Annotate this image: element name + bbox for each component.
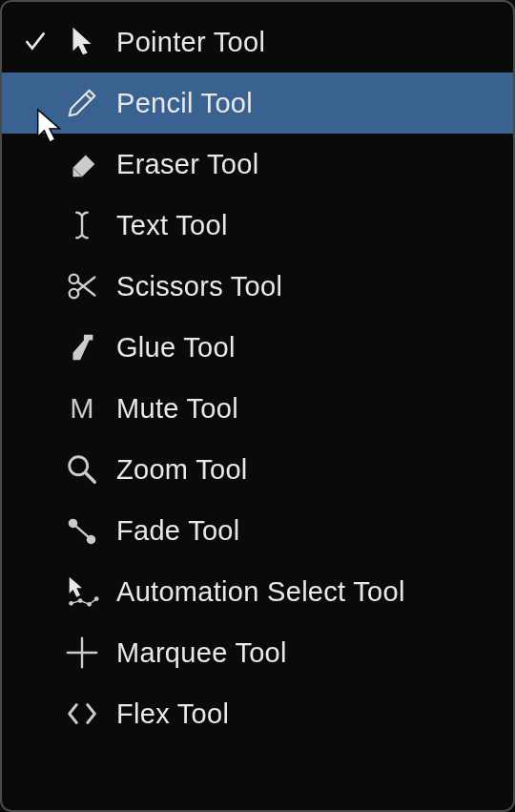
menu-item-automation[interactable]: Automation Select Tool (2, 561, 513, 622)
glue-icon (55, 329, 109, 365)
menu-label-text: Text Tool (109, 210, 228, 241)
zoom-icon (55, 451, 109, 488)
menu-label-scissors: Scissors Tool (109, 271, 282, 302)
menu-item-pointer[interactable]: Pointer Tool (2, 11, 513, 73)
menu-item-flex[interactable]: Flex Tool (2, 683, 513, 744)
checkmark-pointer (15, 30, 55, 54)
pointer-icon (55, 24, 109, 60)
text-icon (55, 207, 109, 243)
marquee-icon (55, 635, 109, 671)
menu-label-flex: Flex Tool (109, 698, 229, 730)
menu-item-fade[interactable]: Fade Tool (2, 500, 513, 561)
menu-label-mute: Mute Tool (109, 393, 238, 425)
menu-item-marquee[interactable]: Marquee Tool (2, 622, 513, 683)
svg-text:M: M (70, 391, 93, 424)
menu-label-pencil: Pencil Tool (109, 88, 253, 119)
mute-icon: M (55, 390, 109, 427)
menu-label-fade: Fade Tool (109, 515, 240, 547)
menu-item-pencil[interactable]: Pencil Tool (2, 73, 513, 134)
fade-icon (55, 512, 109, 549)
menu-item-scissors[interactable]: Scissors Tool (2, 256, 513, 317)
menu-item-zoom[interactable]: Zoom Tool (2, 439, 513, 500)
automation-icon (55, 573, 109, 610)
menu-label-eraser: Eraser Tool (109, 149, 258, 180)
menu-item-mute[interactable]: M Mute Tool (2, 378, 513, 439)
menu-item-eraser[interactable]: Eraser Tool (2, 134, 513, 195)
menu-label-automation: Automation Select Tool (109, 576, 405, 608)
scissors-icon (55, 268, 109, 304)
flex-icon (55, 696, 109, 732)
menu-label-pointer: Pointer Tool (109, 27, 265, 58)
tool-menu: Pointer Tool Pencil Tool Eraser Tool (0, 0, 515, 812)
menu-label-marquee: Marquee Tool (109, 637, 287, 669)
menu-item-glue[interactable]: Glue Tool (2, 317, 513, 378)
pencil-icon (55, 85, 109, 121)
menu-item-text[interactable]: Text Tool (2, 195, 513, 256)
menu-label-zoom: Zoom Tool (109, 454, 248, 486)
eraser-icon (55, 146, 109, 182)
menu-label-glue: Glue Tool (109, 332, 236, 364)
checkmark-icon (23, 30, 48, 54)
